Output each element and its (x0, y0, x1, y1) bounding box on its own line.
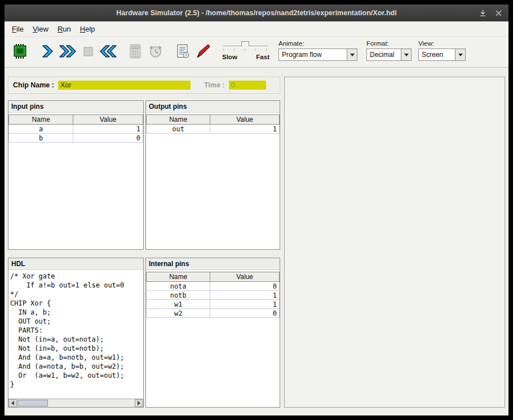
name-column-header: Name (147, 115, 210, 125)
main-content: Chip Name : Xor Time : 0 Input pins Name… (5, 68, 508, 415)
pin-value-cell: 0 (210, 282, 280, 291)
value-column-header: Value (210, 115, 280, 125)
stop-button[interactable] (78, 40, 98, 63)
pin-name-cell: b (9, 134, 73, 143)
pin-name-cell: nota (147, 282, 210, 291)
menu-run[interactable]: Run (53, 23, 76, 36)
scroll-left-arrow-icon[interactable] (8, 399, 17, 407)
desktop: { "colors": { "accent_yellow": "#d4d600"… (0, 0, 513, 420)
table-row: w1 1 (147, 300, 280, 309)
view-group: View: Screen (418, 40, 466, 61)
pin-value-cell[interactable]: 1 (73, 125, 143, 134)
hdl-code-line: If a!=b out=1 else out=0 (10, 281, 141, 290)
pin-value-cell: 0 (210, 309, 280, 318)
table-row: w2 0 (147, 309, 280, 318)
input-pins-panel: Input pins Name Value a 1 (8, 100, 144, 250)
minimize-icon[interactable] (479, 10, 487, 17)
pin-value-cell[interactable]: 0 (73, 134, 143, 143)
screen-view-panel (284, 77, 505, 408)
breakpoints-icon (194, 43, 211, 60)
stop-icon (79, 43, 96, 60)
menu-file-rest: ile (16, 25, 24, 33)
titlebar[interactable]: Hardware Simulator (2.5) - /home/thomas/… (5, 5, 508, 21)
format-select[interactable]: Decimal (366, 48, 412, 61)
value-column-header: Value (210, 272, 280, 282)
view-label: View: (418, 40, 466, 47)
close-icon[interactable] (496, 10, 502, 16)
script-button[interactable] (173, 40, 193, 63)
menu-help-mnemonic: H (80, 25, 85, 33)
animate-select[interactable]: Program flow (278, 48, 357, 61)
pin-name-cell: notb (147, 291, 210, 300)
table-row: notb 1 (147, 291, 280, 300)
animate-dropdown-arrow-icon[interactable] (347, 49, 357, 60)
calculator-button[interactable] (125, 40, 145, 63)
menu-help-rest: elp (85, 25, 95, 33)
table-row: b 0 (9, 134, 143, 143)
hdl-code-line: Or (a=w1, b=w2, out=out); (10, 371, 141, 380)
hdl-code-line: Not (in=b, out=notb); (10, 344, 141, 353)
slow-label: Slow (222, 54, 237, 60)
menu-run-mnemonic: R (58, 25, 63, 33)
hdl-panel: HDL /* Xor gate If a!=b out=1 else out=0… (8, 258, 144, 408)
input-pins-body: Name Value a 1 b 0 (8, 113, 143, 249)
pin-name-cell: out (147, 125, 210, 134)
output-pins-table: Name Value out 1 (146, 114, 280, 134)
table-row: nota 0 (147, 282, 280, 291)
titlebar-buttons (479, 5, 502, 21)
menu-view[interactable]: View (28, 23, 53, 36)
menu-file-mnemonic: F (12, 25, 16, 33)
time-field: 0 (229, 81, 266, 90)
output-pins-panel: Output pins Name Value out 1 (145, 100, 280, 250)
single-step-button[interactable] (37, 40, 58, 63)
chip-name-field: Xor (58, 81, 191, 90)
run-button[interactable] (58, 40, 78, 63)
menu-file[interactable]: File (7, 23, 28, 36)
window-title: Hardware Simulator (2.5) - /home/thomas/… (5, 9, 508, 17)
animate-group: Animate: Program flow (278, 40, 357, 61)
table-row: out 1 (147, 125, 280, 134)
hdl-code-line: /* Xor gate (10, 272, 141, 281)
speed-slider[interactable] (222, 41, 269, 51)
load-chip-icon (12, 43, 29, 60)
clock-button[interactable] (145, 40, 166, 63)
chip-name-bar: Chip Name : Xor Time : 0 (8, 77, 280, 94)
hdl-code-view[interactable]: /* Xor gate If a!=b out=1 else out=0 */ … (8, 271, 143, 399)
run-icon (58, 43, 77, 60)
output-pins-title: Output pins (146, 101, 280, 113)
internal-pins-title: Internal pins (146, 258, 280, 270)
view-dropdown-arrow-icon[interactable] (455, 49, 465, 60)
speed-slider-group: Slow Fast (222, 40, 269, 60)
view-value: Screen (419, 49, 455, 60)
table-row: a 1 (9, 125, 143, 134)
animate-value: Program flow (279, 49, 347, 60)
clock-icon (147, 43, 164, 60)
hdl-code-line: Not (in=a, out=nota); (10, 335, 141, 344)
time-label: Time : (204, 81, 225, 89)
output-pins-body: Name Value out 1 (146, 113, 280, 249)
table-header-row: Name Value (147, 115, 280, 125)
scroll-right-arrow-icon[interactable] (135, 399, 143, 407)
view-select[interactable]: Screen (418, 48, 466, 61)
input-pins-title: Input pins (8, 101, 143, 113)
internal-pins-table: Name Value nota 0 notb 1 (146, 272, 280, 318)
value-column-header: Value (73, 115, 143, 125)
breakpoints-button[interactable] (193, 40, 213, 63)
reset-icon (99, 43, 118, 60)
format-dropdown-arrow-icon[interactable] (401, 49, 411, 60)
reset-button[interactable] (98, 40, 118, 63)
hdl-horizontal-scrollbar[interactable] (8, 399, 143, 407)
pin-name-cell: w1 (147, 300, 210, 309)
table-header-row: Name Value (9, 115, 143, 125)
hdl-code-line: */ (10, 290, 141, 299)
menu-run-rest: un (63, 25, 70, 33)
fast-label: Fast (256, 54, 269, 60)
pin-value-cell: 1 (210, 125, 280, 134)
hdl-title: HDL (8, 258, 143, 270)
menu-help[interactable]: Help (76, 23, 100, 36)
animate-label: Animate: (278, 40, 357, 47)
load-chip-button[interactable] (10, 40, 30, 63)
pin-value-cell: 1 (210, 291, 280, 300)
scrollbar-thumb[interactable] (17, 400, 48, 406)
menu-view-rest: iew (37, 25, 48, 33)
